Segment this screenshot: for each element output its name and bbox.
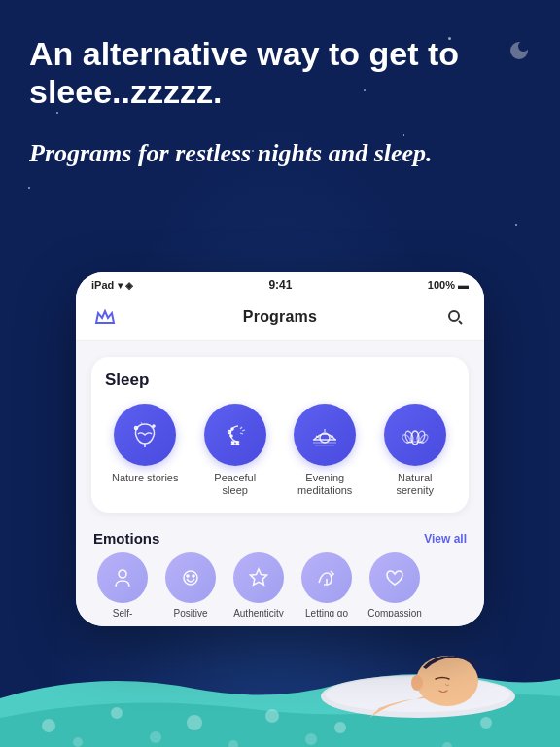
svg-point-0 — [449, 311, 459, 321]
program-item-letting-go[interactable]: Letting go — [298, 552, 356, 617]
subheadline: Programs for restless nights and sleep. — [29, 138, 531, 170]
sleep-section-title: Sleep — [105, 371, 455, 390]
svg-point-24 — [73, 737, 83, 747]
program-item-nature-stories[interactable]: Nature stories — [105, 404, 186, 497]
evening-meditations-circle — [294, 404, 356, 466]
program-item-peaceful-sleep[interactable]: z z Peaceful sleep — [195, 404, 276, 497]
authenticity-circle — [233, 552, 284, 603]
program-item-compassion[interactable]: Compassion — [366, 552, 424, 617]
svg-point-2 — [153, 425, 155, 427]
emotions-program-row: Self-confidence Positive thinking every … — [91, 552, 469, 617]
program-item-evening-meditations[interactable]: Evening meditations — [285, 404, 366, 497]
svg-point-18 — [111, 707, 122, 719]
svg-point-20 — [265, 709, 279, 723]
svg-point-16 — [192, 575, 194, 577]
status-bar: iPad ▾ ◈ 9:41 100% ▬ — [76, 272, 484, 296]
program-item-authenticity[interactable]: Authenticity — [229, 552, 288, 617]
emotions-title: Emotions — [93, 530, 159, 547]
nature-stories-circle — [114, 404, 176, 466]
emotions-section-partial: Emotions View all Self-confidence — [91, 524, 469, 617]
program-item-positive-thinking[interactable]: Positive thinking every day! — [161, 552, 220, 617]
crown-icon[interactable] — [91, 303, 119, 331]
svg-point-14 — [184, 571, 197, 585]
svg-point-5 — [230, 435, 232, 437]
svg-point-21 — [334, 722, 346, 733]
status-time: 9:41 — [268, 278, 292, 292]
positive-thinking-label: Positive thinking every day! — [161, 608, 220, 617]
program-item-self-confidence[interactable]: Self-confidence — [93, 552, 152, 617]
battery-label: 100% — [428, 279, 455, 291]
svg-point-31 — [416, 656, 478, 706]
nature-stories-label: Nature stories — [112, 472, 178, 484]
compassion-label: Compassion — [368, 608, 422, 617]
navigation-bar: Programs — [76, 296, 484, 341]
natural-serenity-circle — [384, 404, 446, 466]
moon-decoration — [508, 39, 531, 62]
svg-point-13 — [119, 570, 126, 578]
ipad-label: iPad — [91, 279, 114, 291]
battery-icon: ▬ — [458, 279, 469, 291]
svg-point-19 — [187, 715, 202, 730]
program-item-natural-serenity[interactable]: Natural serenity — [375, 404, 456, 497]
status-right: 100% ▬ — [428, 279, 469, 291]
peaceful-sleep-label: Peaceful sleep — [201, 472, 269, 497]
svg-point-3 — [231, 428, 233, 430]
svg-point-27 — [305, 733, 317, 745]
nav-title: Programs — [243, 308, 317, 326]
search-button[interactable] — [441, 303, 469, 331]
peaceful-sleep-circle: z z — [204, 404, 266, 466]
svg-point-17 — [42, 719, 55, 732]
main-content: An alternative way to get to sleee..zzzz… — [0, 0, 560, 170]
sleep-section-card: Sleep — [91, 357, 469, 513]
svg-point-25 — [150, 731, 161, 743]
wifi-icon: ▾ ◈ — [118, 280, 133, 291]
status-left: iPad ▾ ◈ — [91, 279, 133, 291]
positive-thinking-circle — [165, 552, 216, 603]
phone-mockup: iPad ▾ ◈ 9:41 100% ▬ Programs — [76, 272, 484, 626]
svg-text:z z: z z — [231, 440, 239, 445]
svg-point-32 — [411, 675, 423, 691]
phone-body: Sleep — [76, 341, 484, 626]
emotions-header: Emotions View all — [91, 524, 469, 552]
compassion-circle — [369, 552, 420, 603]
svg-point-1 — [135, 427, 138, 430]
letting-go-circle — [301, 552, 352, 603]
headline: An alternative way to get to sleee..zzzz… — [29, 35, 531, 111]
svg-point-15 — [187, 575, 189, 577]
natural-serenity-label: Natural serenity — [381, 472, 449, 497]
letting-go-label: Letting go — [305, 608, 348, 617]
authenticity-label: Authenticity — [233, 608, 284, 617]
sleep-program-row: Nature stories z z — [105, 404, 455, 497]
evening-meditations-label: Evening meditations — [291, 472, 359, 497]
svg-point-4 — [228, 431, 230, 434]
self-confidence-circle — [97, 552, 148, 603]
self-confidence-label: Self-confidence — [93, 608, 152, 617]
view-all-link[interactable]: View all — [424, 532, 467, 546]
phone-screen: iPad ▾ ◈ 9:41 100% ▬ Programs — [76, 272, 484, 626]
svg-point-23 — [480, 717, 492, 729]
